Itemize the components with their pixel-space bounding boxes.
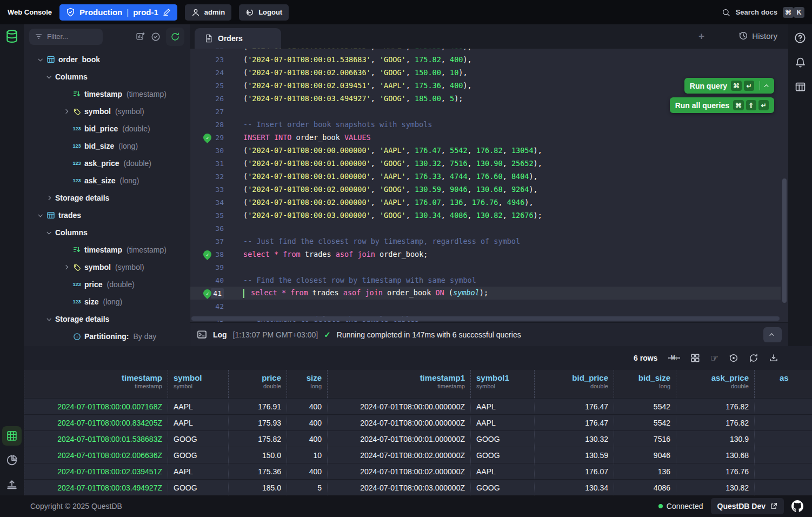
tree-item-partitioning[interactable]: Partitioning:By day	[24, 328, 190, 345]
cell-as[interactable]	[755, 431, 812, 447]
code-line-42[interactable]: 42	[190, 300, 781, 313]
tree-item-timestamp[interactable]: timestamp(timestamp)	[24, 241, 190, 258]
build-version-button[interactable]: QuestDB Dev	[711, 498, 784, 514]
cell-price[interactable]: 175.36	[229, 463, 287, 479]
cell-symbol1[interactable]: GOOG	[471, 447, 535, 463]
environment-badge[interactable]: Production | prod-1	[59, 4, 177, 21]
column-header-symbol[interactable]: symbolsymbol	[168, 370, 229, 398]
grid-view-icon[interactable]	[690, 353, 700, 363]
cell-price[interactable]: 176.91	[229, 399, 287, 414]
tree-item-symbol[interactable]: symbol(symbol)	[24, 258, 190, 276]
chevron-down-icon[interactable]	[44, 75, 53, 78]
column-header-bid_price[interactable]: bid_pricedouble	[535, 370, 614, 398]
code-line-23[interactable]: 23('2024-07-01T08:00:01.538683', 'GOOG',…	[190, 53, 781, 66]
cell-timestamp1[interactable]: 2024-07-01T08:00:03.000000Z	[328, 480, 471, 495]
code-line-28[interactable]: 28-- Insert order book snapshots with sy…	[190, 118, 781, 131]
cell-ask_price[interactable]: 130.68	[676, 447, 755, 463]
tree-item-ask-size[interactable]: 123ask_size(long)	[24, 172, 190, 189]
table-row[interactable]: 2024-07-01T08:00:00.834205ZAAPL175.93400…	[24, 414, 812, 430]
column-header-as[interactable]: as	[755, 370, 812, 398]
chevron-down-icon[interactable]	[44, 231, 53, 234]
collapse-log-button[interactable]	[763, 327, 782, 342]
refresh-icon[interactable]	[749, 353, 758, 363]
code-line-39[interactable]: 39	[190, 261, 781, 274]
tree-item-order-book[interactable]: order_book	[24, 51, 190, 68]
chevron-right-icon[interactable]	[44, 196, 53, 200]
github-icon[interactable]	[791, 500, 803, 512]
column-header-timestamp1[interactable]: timestamp1timestamp	[328, 370, 471, 398]
cell-symbol1[interactable]: AAPL	[471, 463, 535, 479]
cell-price[interactable]: 185.0	[229, 480, 287, 495]
cell-symbol[interactable]: GOOG	[168, 431, 229, 447]
cell-bid_size[interactable]: 7516	[614, 431, 676, 447]
editor-vertical-scrollbar[interactable]	[782, 178, 787, 303]
cell-ask_price[interactable]: 176.82	[676, 415, 755, 430]
table-row[interactable]: 2024-07-01T08:00:02.039451ZAAPL175.36400…	[24, 463, 812, 479]
column-header-bid_size[interactable]: bid_sizelong	[614, 370, 676, 398]
cell-bid_size[interactable]: 4086	[614, 480, 676, 495]
cell-timestamp[interactable]: 2024-07-01T08:00:00.834205Z	[24, 415, 168, 430]
code-line-22[interactable]: 22('2024-07-01T08:00:00.834205', 'AAPL',…	[190, 49, 781, 53]
grid-view-button[interactable]	[2, 426, 22, 446]
add-chart-icon[interactable]	[136, 32, 145, 42]
cell-as[interactable]	[755, 415, 812, 430]
table-row[interactable]: 2024-07-01T08:00:02.006636ZGOOG150.01020…	[24, 447, 812, 463]
column-header-symbol1[interactable]: symbol1symbol	[471, 370, 535, 398]
user-menu[interactable]: admin	[185, 4, 231, 21]
cell-bid_price[interactable]: 130.59	[535, 447, 614, 463]
cell-bid_size[interactable]: 5542	[614, 415, 676, 430]
code-line-29[interactable]: ✓29INSERT INTO order_book VALUES	[190, 131, 781, 144]
query-success-marker-icon[interactable]: ✓	[202, 248, 213, 260]
refresh-schema-button[interactable]	[166, 28, 184, 46]
tab-orders[interactable]: Orders	[195, 28, 281, 49]
code-line-33[interactable]: 33('2024-07-01T08:00:02.000000', 'GOOG',…	[190, 183, 781, 196]
run-query-button[interactable]: Run query ⌘↵	[684, 78, 774, 94]
database-icon[interactable]	[4, 29, 19, 44]
check-circle-icon[interactable]	[151, 32, 161, 42]
cell-symbol[interactable]: AAPL	[168, 415, 229, 430]
code-line-40[interactable]: 40-- Find the closest row by timestamp w…	[190, 274, 781, 287]
search-docs[interactable]: Search docs ⌘K	[722, 7, 804, 18]
cell-price[interactable]: 150.0	[229, 447, 287, 463]
code-line-38[interactable]: ✓38select * from trades asof join order_…	[190, 248, 781, 261]
cell-timestamp1[interactable]: 2024-07-01T08:00:00.000000Z	[328, 399, 471, 414]
cell-as[interactable]	[755, 399, 812, 414]
logout-button[interactable]: Logout	[239, 4, 289, 21]
code-line-24[interactable]: 24('2024-07-01T08:00:02.006636', 'GOOG',…	[190, 66, 781, 79]
sql-editor[interactable]: 22('2024-07-01T08:00:00.834205', 'AAPL',…	[190, 49, 788, 322]
column-header-ask_price[interactable]: ask_pricedouble	[676, 370, 755, 398]
code-line-37[interactable]: 37-- Just find the closest row by timest…	[190, 235, 781, 248]
code-line-36[interactable]: 36	[190, 222, 781, 235]
cell-bid_price[interactable]: 130.32	[535, 431, 614, 447]
chevron-down-icon[interactable]	[36, 58, 44, 61]
cell-size[interactable]: 400	[287, 399, 328, 414]
table-row[interactable]: 2024-07-01T08:00:03.494927ZGOOG185.05202…	[24, 479, 812, 495]
chevron-down-icon[interactable]	[36, 214, 44, 217]
cell-timestamp1[interactable]: 2024-07-01T08:00:01.000000Z	[328, 431, 471, 447]
cell-timestamp1[interactable]: 2024-07-01T08:00:02.000000Z	[328, 463, 471, 479]
download-icon[interactable]	[769, 353, 778, 363]
code-line-31[interactable]: 31('2024-07-01T08:00:01.000000', 'GOOG',…	[190, 157, 781, 170]
cell-timestamp[interactable]: 2024-07-01T08:00:01.538683Z	[24, 431, 168, 447]
cell-timestamp[interactable]: 2024-07-01T08:00:03.494927Z	[24, 480, 168, 495]
cell-size[interactable]: 400	[287, 463, 328, 479]
help-icon[interactable]	[794, 32, 806, 44]
tree-item-storage-details[interactable]: Storage details	[24, 310, 190, 328]
cell-ask_price[interactable]: 130.82	[676, 480, 755, 495]
cell-symbol[interactable]: GOOG	[168, 480, 229, 495]
column-header-size[interactable]: sizelong	[287, 370, 328, 398]
cell-timestamp1[interactable]: 2024-07-01T08:00:02.000000Z	[328, 447, 471, 463]
filter-input[interactable]: Filter...	[29, 29, 103, 45]
cell-symbol[interactable]: GOOG	[168, 447, 229, 463]
cell-bid_size[interactable]: 136	[614, 463, 676, 479]
cell-bid_price[interactable]: 176.47	[535, 415, 614, 430]
import-button[interactable]	[2, 475, 22, 494]
cell-bid_price[interactable]: 176.47	[535, 399, 614, 414]
code-line-35[interactable]: 35('2024-07-01T08:00:03.000000', 'GOOG',…	[190, 209, 781, 222]
bell-icon[interactable]	[795, 57, 806, 68]
tree-item-price[interactable]: 123price(double)	[24, 276, 190, 293]
tree-item-storage-details[interactable]: Storage details	[24, 189, 190, 207]
chevron-down-icon[interactable]	[44, 317, 53, 321]
chevron-up-icon[interactable]	[764, 84, 768, 89]
query-history-icon[interactable]	[729, 353, 738, 363]
